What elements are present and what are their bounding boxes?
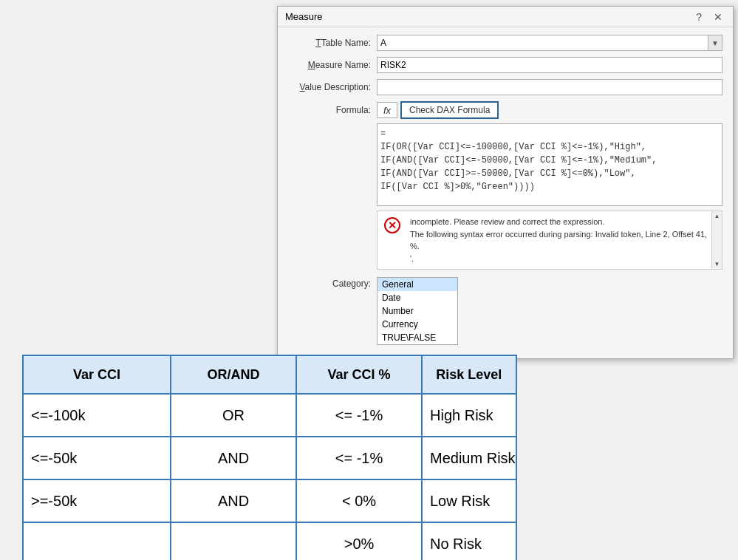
row2-var-cci: <=-50k xyxy=(23,437,171,479)
table-row: <=-100k OR <= -1% High Risk xyxy=(23,394,516,437)
row1-orand: OR xyxy=(171,394,296,437)
category-currency[interactable]: Currency xyxy=(377,318,457,331)
formula-label: Formula: xyxy=(288,105,377,115)
error-x-icon: ✕ xyxy=(384,217,400,233)
category-label: Category: xyxy=(288,277,377,289)
row4-orand xyxy=(171,522,296,560)
dialog-controls: ? ✕ xyxy=(693,12,725,22)
row1-pct: <= -1% xyxy=(296,394,422,437)
error-box: ✕ incomplete. Please review and correct … xyxy=(377,211,722,270)
spreadsheet-table: Var CCI OR/AND Var CCI % Risk Level <=-1… xyxy=(22,355,517,560)
dialog-title: Measure xyxy=(285,11,323,22)
error-icon-area: ✕ xyxy=(377,211,407,269)
category-row: Category: General Date Number Currency T… xyxy=(288,277,722,345)
check-dax-button[interactable]: Check DAX Formula xyxy=(400,101,499,119)
table-row: >=-50k AND < 0% Low Risk xyxy=(23,479,516,522)
table-header-row: Var CCI OR/AND Var CCI % Risk Level xyxy=(23,355,516,394)
measure-name-row: Measure Name: xyxy=(288,57,722,73)
row3-pct: < 0% xyxy=(296,479,422,522)
category-list: General Date Number Currency TRUE\FALSE xyxy=(377,277,458,345)
col-header-var-pct: Var CCI % xyxy=(296,355,422,394)
row2-pct: <= -1% xyxy=(296,437,422,479)
table-name-input[interactable] xyxy=(377,35,722,51)
row4-risk: No Risk xyxy=(422,522,516,560)
measure-name-input[interactable] xyxy=(377,57,722,73)
value-desc-row: Value Description: xyxy=(288,79,722,95)
category-date[interactable]: Date xyxy=(377,291,457,304)
row4-var-cci xyxy=(23,522,171,560)
table-name-label: TTable Name: xyxy=(288,38,377,48)
table-row: >0% No Risk xyxy=(23,522,516,560)
row2-orand: AND xyxy=(171,437,296,479)
dialog-body: TTable Name: ▼ Measure Name: Value Descr… xyxy=(278,27,733,358)
col-header-orand: OR/AND xyxy=(171,355,296,394)
error-line-2: The following syntax error occurred duri… xyxy=(410,230,707,251)
scrollbar-down-arrow[interactable]: ▼ xyxy=(714,261,720,267)
category-truefalse[interactable]: TRUE\FALSE xyxy=(377,331,457,344)
table-name-row: TTable Name: ▼ xyxy=(288,35,722,51)
table-name-select-wrapper: ▼ xyxy=(377,35,722,51)
error-line-3: '. xyxy=(410,254,414,263)
col-header-risk-level: Risk Level xyxy=(422,355,516,394)
row2-risk: Medium Risk xyxy=(422,437,516,479)
table-row: <=-50k AND <= -1% Medium Risk xyxy=(23,437,516,479)
help-button[interactable]: ? xyxy=(693,12,705,22)
close-button[interactable]: ✕ xyxy=(711,12,725,22)
col-header-var-cci: Var CCI xyxy=(23,355,171,394)
row4-pct: >0% xyxy=(296,522,422,560)
formula-row: Formula: fx Check DAX Formula xyxy=(288,101,722,119)
formula-input[interactable]: = IF(OR([Var CCI]<=-100000,[Var CCI %]<=… xyxy=(377,124,722,205)
row3-risk: Low Risk xyxy=(422,479,516,522)
category-general[interactable]: General xyxy=(377,278,457,291)
measure-dialog: Measure ? ✕ TTable Name: ▼ Measure Name: xyxy=(277,6,734,359)
category-number[interactable]: Number xyxy=(377,304,457,318)
fx-button[interactable]: fx xyxy=(377,102,397,118)
value-desc-label: Value Description: xyxy=(288,82,377,92)
row1-var-cci: <=-100k xyxy=(23,394,171,437)
row1-risk: High Risk xyxy=(422,394,516,437)
measure-name-label: Measure Name: xyxy=(288,60,377,70)
formula-textarea-wrapper: = IF(OR([Var CCI]<=-100000,[Var CCI %]<=… xyxy=(377,123,722,206)
error-text: incomplete. Please review and correct th… xyxy=(407,211,711,269)
scrollbar-up-arrow[interactable]: ▲ xyxy=(714,213,720,219)
row3-var-cci: >=-50k xyxy=(23,479,171,522)
value-desc-input[interactable] xyxy=(377,79,722,95)
error-scrollbar: ▲ ▼ xyxy=(711,211,722,269)
row3-orand: AND xyxy=(171,479,296,522)
error-line-1: incomplete. Please review and correct th… xyxy=(410,217,605,226)
dialog-titlebar: Measure ? ✕ xyxy=(278,7,733,27)
